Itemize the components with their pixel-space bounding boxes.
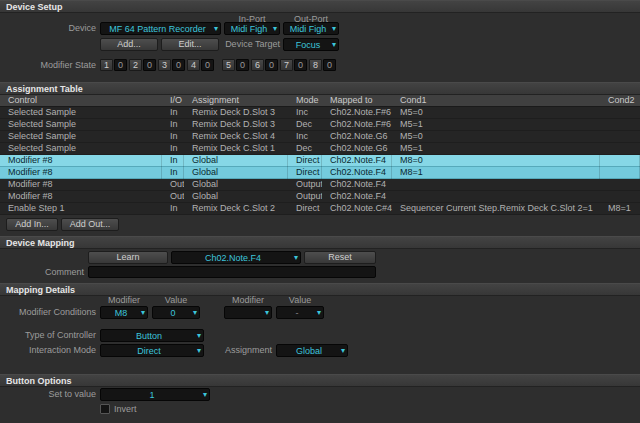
- cell-mode: Inc: [288, 107, 322, 119]
- controller-manager-panel: Device Setup In-Port Out-Port Device MF …: [0, 0, 640, 423]
- chevron-down-icon: [141, 307, 145, 318]
- cell-control: Modifier #8: [0, 179, 162, 191]
- table-row[interactable]: Selected Sample In Remix Deck D.Slot 3 D…: [0, 119, 640, 131]
- cell-mode: Direct: [288, 155, 322, 167]
- cell-mapped-to: Ch02.Note.G6: [322, 131, 392, 143]
- modifier-state-value[interactable]: 0: [236, 59, 249, 71]
- assignment-value: Global: [294, 346, 330, 356]
- type-of-controller-value: Button: [134, 331, 170, 341]
- modifier-condition1-value-select[interactable]: 0: [152, 306, 200, 319]
- chevron-down-icon: [332, 23, 336, 34]
- modifier-condition1-value: M8: [113, 308, 136, 318]
- mapped-to-select[interactable]: Ch02.Note.F4: [171, 251, 301, 264]
- in-port-select[interactable]: Midi Figh: [224, 22, 280, 35]
- table-row[interactable]: Modifier #8 Out Global Output Ch02.Note.…: [0, 179, 640, 191]
- chevron-down-icon: [273, 23, 277, 34]
- cell-cond2: [600, 107, 640, 119]
- cell-mapped-to: Ch02.Note.G6: [322, 143, 392, 155]
- assignment-select[interactable]: Global: [276, 344, 348, 357]
- cell-assignment: Remix Deck C.Slot 1: [184, 143, 288, 155]
- cell-io: In: [162, 119, 184, 131]
- cell-cond2: [600, 167, 640, 179]
- modifier-state-value[interactable]: 0: [294, 59, 307, 71]
- modifier-state-num: 7: [280, 59, 293, 71]
- invert-checkbox[interactable]: [100, 404, 110, 414]
- add-in-button[interactable]: Add In...: [6, 218, 58, 231]
- table-row-selected[interactable]: Modifier #8 In Global Direct Ch02.Note.F…: [0, 167, 640, 179]
- modifier-state-value[interactable]: 0: [114, 59, 127, 71]
- column-header-io: I/O: [162, 95, 184, 107]
- cell-io: In: [162, 131, 184, 143]
- cell-control: Enable Step 1: [0, 203, 162, 215]
- cell-control: Modifier #8: [0, 167, 162, 179]
- learn-button[interactable]: Learn: [88, 251, 168, 264]
- cell-io: In: [162, 203, 184, 215]
- modifier-condition2-select[interactable]: [224, 306, 272, 319]
- cell-io: In: [162, 155, 184, 167]
- cell-mapped-to: Ch02.Note.F4: [322, 191, 392, 203]
- modifier-state-num: 1: [100, 59, 113, 71]
- cell-cond1: [392, 191, 600, 203]
- chevron-down-icon: [332, 39, 336, 50]
- cell-cond2: [600, 119, 640, 131]
- cell-cond2: [600, 143, 640, 155]
- cell-cond1: M8=1: [392, 167, 600, 179]
- device-target-label: Device Target: [180, 38, 280, 51]
- assignment-table-body: Selected Sample In Remix Deck D.Slot 3 I…: [0, 107, 640, 215]
- cell-assignment: Global: [184, 179, 288, 191]
- type-of-controller-select[interactable]: Button: [100, 329, 204, 342]
- modifier-state-value[interactable]: 0: [172, 59, 185, 71]
- modifier-state-value[interactable]: 0: [323, 59, 336, 71]
- cell-cond1: [392, 179, 600, 191]
- table-row[interactable]: Selected Sample In Remix Deck C.Slot 1 D…: [0, 143, 640, 155]
- table-row[interactable]: Selected Sample In Remix Deck D.Slot 3 I…: [0, 107, 640, 119]
- cell-io: In: [162, 143, 184, 155]
- out-port-select[interactable]: Midi Figh: [283, 22, 339, 35]
- table-header-row: Control I/O Assignment Mode Mapped to Co…: [0, 95, 640, 107]
- reset-button[interactable]: Reset: [304, 251, 376, 264]
- column-header-assignment: Assignment: [184, 95, 288, 107]
- comment-input[interactable]: [88, 266, 376, 278]
- table-row-selected[interactable]: Modifier #8 In Global Direct Ch02.Note.F…: [0, 155, 640, 167]
- modifier-state-value[interactable]: 0: [143, 59, 156, 71]
- section-header-device-setup: Device Setup: [0, 0, 640, 13]
- chevron-down-icon: [341, 345, 345, 356]
- cell-cond1: M5=1: [392, 143, 600, 155]
- table-row[interactable]: Modifier #8 Out Global Output Ch02.Note.…: [0, 191, 640, 203]
- cell-io: In: [162, 167, 184, 179]
- add-device-button[interactable]: Add...: [100, 38, 158, 51]
- table-row[interactable]: Enable Step 1 In Remix Deck C.Slot 2 Dir…: [0, 203, 640, 215]
- cell-cond2: [600, 179, 640, 191]
- add-out-button[interactable]: Add Out...: [61, 218, 119, 231]
- chevron-down-icon: [197, 330, 201, 341]
- modifier-state-value[interactable]: 0: [265, 59, 278, 71]
- cell-assignment: Global: [184, 167, 288, 179]
- table-row[interactable]: Selected Sample In Remix Deck C.Slot 4 I…: [0, 131, 640, 143]
- device-label: Device: [20, 22, 96, 35]
- modifier-state-value[interactable]: 0: [201, 59, 214, 71]
- mapped-to-select-value: Ch02.Note.F4: [203, 253, 269, 263]
- cell-assignment: Remix Deck C.Slot 2: [184, 203, 288, 215]
- modifier-state-num: 2: [129, 59, 142, 71]
- set-to-value-value: 1: [147, 390, 162, 400]
- cell-mode: Output: [288, 191, 322, 203]
- cell-control: Selected Sample: [0, 143, 162, 155]
- assignment-label: Assignment: [176, 344, 272, 357]
- modifier-condition2-value-value: -: [294, 308, 307, 318]
- cell-control: Modifier #8: [0, 155, 162, 167]
- column-header-control: Control: [0, 95, 162, 107]
- interaction-mode-label: Interaction Mode: [0, 344, 96, 357]
- modifier-condition2-value-select[interactable]: -: [276, 306, 324, 319]
- set-to-value-label: Set to value: [0, 388, 96, 401]
- cell-cond1: M5=1: [392, 119, 600, 131]
- device-select[interactable]: MF 64 Pattern Recorder: [100, 22, 221, 35]
- device-target-select[interactable]: Focus: [283, 38, 339, 51]
- cell-cond1: M5=0: [392, 107, 600, 119]
- modifier-condition1-select[interactable]: M8: [100, 306, 148, 319]
- chevron-down-icon: [203, 389, 207, 400]
- cell-cond1: M8=0: [392, 155, 600, 167]
- cell-assignment: Remix Deck C.Slot 4: [184, 131, 288, 143]
- cell-assignment: Remix Deck D.Slot 3: [184, 107, 288, 119]
- out-port-select-value: Midi Figh: [288, 24, 335, 34]
- set-to-value-select[interactable]: 1: [100, 388, 210, 401]
